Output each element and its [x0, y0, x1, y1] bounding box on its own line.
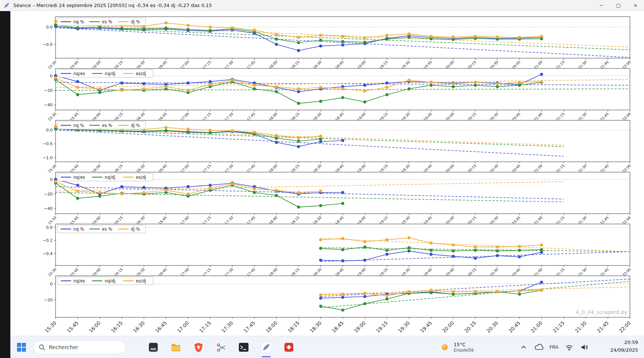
svg-text:17:45: 17:45	[243, 320, 256, 334]
svg-text:−1.0: −1.0	[43, 155, 53, 160]
svg-text:−0.5: −0.5	[43, 42, 53, 47]
svg-text:dj %: dj %	[131, 227, 140, 232]
svg-text:nq/es: nq/es	[73, 71, 85, 76]
svg-text:0: 0	[50, 177, 53, 182]
svg-text:19:30: 19:30	[397, 320, 411, 334]
svg-text:21:30: 21:30	[574, 320, 588, 334]
snipping-tool-button[interactable]	[214, 340, 228, 355]
weather-widget[interactable]: 15°C Ensoleillé	[436, 339, 477, 355]
svg-text:17:30: 17:30	[220, 320, 234, 334]
svg-text:15:30: 15:30	[44, 320, 57, 334]
svg-text:18:45: 18:45	[331, 320, 345, 334]
svg-text:19:45: 19:45	[419, 320, 433, 334]
date-label: 24/09/2025	[610, 347, 638, 354]
svg-text:−0.5: −0.5	[43, 141, 53, 146]
svg-text:es/dj: es/dj	[136, 278, 146, 284]
minimize-button[interactable]: ─	[593, 0, 610, 11]
svg-text:21:45: 21:45	[596, 320, 610, 334]
svg-text:20:45: 20:45	[508, 320, 521, 334]
file-explorer-button[interactable]	[168, 340, 183, 355]
svg-text:−40: −40	[44, 103, 53, 107]
svg-text:nq %: nq %	[73, 123, 84, 128]
svg-text:dj %: dj %	[131, 19, 140, 24]
window-controls: ─ □ ×	[593, 0, 644, 11]
cloud-icon	[534, 342, 544, 352]
red-app-button[interactable]	[281, 340, 296, 355]
windows-logo-icon	[17, 342, 26, 352]
tray-expand-button[interactable]	[518, 341, 529, 354]
svg-text:17:15: 17:15	[198, 320, 212, 334]
svg-text:−20: −20	[44, 88, 53, 93]
svg-text:es/dj: es/dj	[136, 175, 146, 180]
watermark-script-name: 4_0_04_scraperd.py	[576, 309, 627, 315]
chart-us-percent: 0.0−0.2−0.415:3015:4516:0016:1516:3016:4…	[10, 224, 644, 275]
system-tray: FRA	[518, 340, 590, 355]
tk-feather-icon	[3, 2, 10, 9]
svg-text:0.0: 0.0	[46, 225, 53, 230]
svg-text:−20: −20	[44, 192, 53, 197]
svg-text:18:00: 18:00	[265, 320, 278, 334]
dark-app-icon	[148, 342, 159, 353]
volume-button[interactable]	[579, 341, 590, 354]
taskbar: Rechercher	[10, 336, 644, 358]
svg-text:18:30: 18:30	[309, 320, 323, 334]
svg-text:18:15: 18:15	[287, 320, 300, 334]
language-button[interactable]: FRA	[549, 341, 559, 354]
desktop: Séance – Mercredi 24 septembre 2025 [20h…	[0, 0, 644, 358]
svg-text:0.0: 0.0	[46, 25, 53, 30]
svg-text:nq/dj: nq/dj	[105, 278, 116, 284]
svg-text:16:00: 16:00	[88, 320, 101, 334]
scissors-icon	[216, 342, 227, 353]
taskbar-clock[interactable]: 20:59 24/09/2025	[610, 339, 638, 354]
svg-text:nq %: nq %	[73, 227, 84, 232]
weather-condition-label: Ensoleillé	[454, 348, 474, 353]
chevron-up-icon	[519, 343, 528, 352]
svg-text:0: 0	[50, 74, 53, 78]
chart-early-spreads: 0−20−4015:3015:4516:0016:1516:3016:4517:…	[10, 172, 644, 224]
python-figure-window-button[interactable]	[259, 340, 274, 355]
svg-text:16:30: 16:30	[132, 320, 146, 334]
svg-text:nq/dj: nq/dj	[105, 175, 116, 180]
svg-text:es/dj: es/dj	[136, 71, 146, 76]
maximize-button[interactable]: □	[610, 0, 627, 11]
matplotlib-figure: 0.0−0.515:3015:4516:0016:1516:3016:4517:…	[10, 11, 644, 336]
brave-icon	[193, 342, 204, 353]
red-app-icon	[283, 342, 294, 353]
svg-text:20:00: 20:00	[441, 320, 455, 334]
chart-session-percent: 0.0−0.515:3015:4516:0016:1516:3016:4517:…	[10, 16, 644, 68]
svg-text:−0.2: −0.2	[43, 238, 53, 243]
svg-text:16:45: 16:45	[154, 320, 168, 334]
chart-session-spreads: 0−20−4015:3015:4516:0016:1516:3016:4517:…	[10, 68, 644, 120]
svg-text:es %: es %	[102, 19, 113, 24]
taskbar-search[interactable]: Rechercher	[33, 340, 126, 354]
chart-early-percent: 0.0−0.5−1.015:3015:4516:0016:1516:3016:4…	[10, 120, 644, 172]
search-placeholder: Rechercher	[49, 344, 78, 350]
sun-icon	[439, 342, 450, 353]
chart-us-spreads: 0−2015:3015:4516:0016:1516:3016:4517:001…	[10, 275, 644, 336]
svg-text:16:15: 16:15	[110, 320, 124, 334]
close-button[interactable]: ×	[627, 0, 644, 11]
terminal-button[interactable]	[236, 340, 251, 355]
svg-text:22:00: 22:00	[618, 320, 632, 334]
svg-text:20:15: 20:15	[463, 320, 477, 334]
svg-text:dj %: dj %	[131, 123, 140, 128]
svg-text:21:00: 21:00	[530, 320, 543, 334]
svg-text:0.0: 0.0	[46, 128, 53, 133]
terminal-icon	[238, 342, 249, 353]
brave-browser-button[interactable]	[191, 340, 206, 355]
svg-text:es %: es %	[102, 227, 113, 232]
speaker-icon	[580, 343, 589, 352]
svg-text:17:00: 17:00	[176, 320, 190, 334]
svg-text:−40: −40	[44, 206, 53, 211]
svg-text:nq/es: nq/es	[73, 278, 85, 284]
svg-text:19:00: 19:00	[353, 320, 367, 334]
network-button[interactable]	[564, 341, 574, 354]
start-button[interactable]	[14, 340, 29, 355]
pinned-app-dark-button[interactable]	[146, 340, 161, 355]
svg-text:−0.4: −0.4	[43, 251, 53, 256]
search-icon	[39, 344, 45, 351]
onedrive-button[interactable]	[534, 341, 544, 354]
time-label: 20:59	[610, 339, 638, 347]
svg-text:19:15: 19:15	[375, 320, 389, 334]
svg-text:es %: es %	[102, 123, 113, 128]
